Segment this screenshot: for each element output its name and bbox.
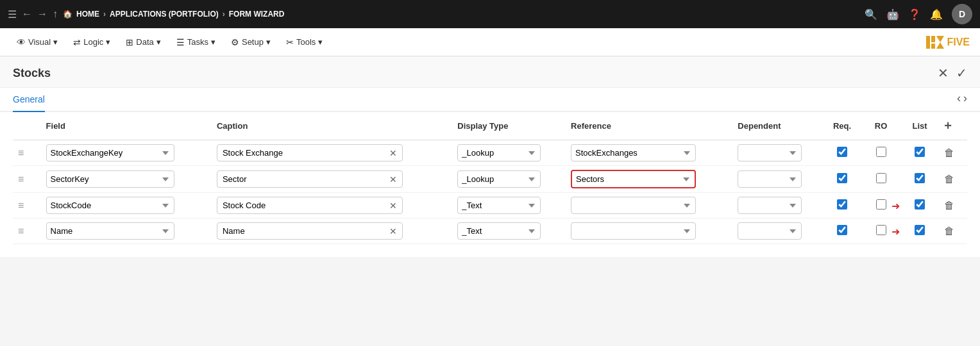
drag-cell-2: ≡	[13, 193, 41, 218]
ro-cell-1	[861, 166, 900, 193]
col-display-header: Display Type	[452, 112, 566, 140]
caption-input-2[interactable]	[217, 197, 384, 213]
col-dependent-header: Dependent	[732, 112, 822, 140]
table-row: ≡ StockExchangeKey ✕ _Lookup StockExchan…	[13, 140, 967, 166]
field-select-0[interactable]: StockExchangeKey	[46, 144, 174, 161]
display-select-2[interactable]: _Text	[457, 197, 541, 214]
display-cell-1: _Lookup	[452, 166, 566, 193]
up-icon[interactable]: ↑	[53, 8, 58, 20]
close-button[interactable]: ✕	[938, 65, 949, 81]
top-navigation: ☰ ← → ↑ 🏠 HOME › APPLICATIONS (PORTFOLIO…	[0, 0, 980, 28]
delete-button-0[interactable]: 🗑	[944, 147, 954, 159]
avatar[interactable]: D	[952, 4, 972, 24]
field-select-2[interactable]: StockCode	[46, 197, 174, 214]
display-cell-3: _Text	[452, 218, 566, 244]
drag-handle-1[interactable]: ≡	[18, 174, 24, 185]
add-row-button[interactable]: +	[944, 119, 952, 133]
display-select-3[interactable]: _Text	[457, 222, 541, 240]
list-checkbox-2[interactable]	[915, 199, 925, 210]
bell-icon[interactable]: 🔔	[930, 8, 943, 21]
drag-cell-3: ≡	[13, 218, 41, 244]
dependent-cell-0	[732, 140, 822, 166]
breadcrumb-sep1: ›	[103, 10, 106, 19]
drag-handle-3[interactable]: ≡	[18, 226, 24, 236]
field-select-3[interactable]: Name	[46, 222, 174, 240]
drag-handle-2[interactable]: ≡	[18, 200, 24, 211]
breadcrumb-applications[interactable]: APPLICATIONS (PORTFOLIO)	[110, 10, 219, 19]
caption-clear-1[interactable]: ✕	[384, 174, 402, 185]
caption-input-0[interactable]	[217, 145, 384, 161]
reference-select-1[interactable]: Sectors	[571, 170, 696, 188]
field-select-1[interactable]: SectorKey	[46, 170, 174, 188]
col-reference-header: Reference	[566, 112, 732, 140]
dependent-select-2[interactable]	[738, 197, 802, 214]
toolbar-logic[interactable]: ⇄ Logic ▾	[67, 35, 117, 50]
req-checkbox-3[interactable]	[837, 225, 847, 235]
caption-input-1[interactable]	[217, 171, 384, 187]
help-icon[interactable]: ❓	[908, 8, 921, 21]
field-cell-1: SectorKey	[41, 166, 212, 193]
table-row: ≡ StockCode ✕ _Text	[13, 193, 967, 218]
list-checkbox-1[interactable]	[915, 173, 925, 183]
toolbar-setup[interactable]: ⚙ Setup ▾	[224, 35, 277, 50]
toolbar-tasks[interactable]: ☰ Tasks ▾	[170, 35, 222, 50]
tab-general[interactable]: General	[13, 88, 45, 112]
dependent-select-0[interactable]	[738, 144, 802, 161]
toolbar-setup-label: Setup	[242, 37, 264, 47]
caption-cell-3: ✕	[212, 218, 452, 244]
toolbar-data[interactable]: ⊞ Data ▾	[119, 35, 167, 50]
req-checkbox-2[interactable]	[837, 199, 847, 210]
drag-handle-0[interactable]: ≡	[18, 147, 24, 158]
req-checkbox-1[interactable]	[837, 173, 847, 183]
toolbar-tools[interactable]: ✂ Tools ▾	[280, 35, 329, 50]
delete-button-3[interactable]: 🗑	[944, 226, 954, 237]
logic-dropdown-icon: ▾	[106, 37, 110, 47]
forward-icon[interactable]: →	[37, 8, 47, 20]
breadcrumb-home[interactable]: HOME	[76, 10, 99, 19]
list-checkbox-3[interactable]	[915, 225, 925, 235]
page-header: Stocks ✕ ✓	[0, 56, 980, 88]
tabs-bar: General ‹ ›	[0, 88, 980, 112]
caption-clear-3[interactable]: ✕	[384, 226, 402, 236]
ro-checkbox-0[interactable]	[876, 147, 886, 157]
menu-icon[interactable]: ☰	[8, 8, 17, 21]
dependent-select-3[interactable]	[738, 222, 802, 240]
list-cell-2: ➜	[900, 193, 940, 218]
back-icon[interactable]: ←	[22, 8, 32, 20]
reference-select-3[interactable]	[571, 222, 696, 240]
toolbar-left: 👁 Visual ▾ ⇄ Logic ▾ ⊞ Data ▾ ☰ Tasks ▾ …	[10, 35, 329, 50]
ro-checkbox-3[interactable]	[876, 225, 886, 235]
nav-left: ☰ ← → ↑ 🏠 HOME › APPLICATIONS (PORTFOLIO…	[8, 8, 284, 21]
toolbar-logic-label: Logic	[83, 37, 103, 47]
list-checkbox-0[interactable]	[915, 147, 925, 157]
req-cell-0	[823, 140, 862, 166]
reference-select-0[interactable]: StockExchanges	[571, 144, 696, 161]
ro-checkbox-1[interactable]	[876, 173, 886, 183]
display-cell-2: _Text	[452, 193, 566, 218]
tools-dropdown-icon: ▾	[318, 37, 323, 47]
list-cell-3: ➜	[900, 218, 940, 244]
search-icon[interactable]: 🔍	[865, 8, 877, 21]
delete-cell-3: 🗑	[939, 218, 967, 244]
reference-select-2[interactable]	[571, 197, 696, 214]
ro-checkbox-2[interactable]	[876, 199, 886, 210]
caption-clear-2[interactable]: ✕	[384, 201, 402, 211]
confirm-button[interactable]: ✓	[956, 65, 967, 81]
tab-next-arrow[interactable]: ›	[963, 92, 967, 105]
req-checkbox-0[interactable]	[837, 147, 847, 157]
col-list-header: List	[900, 112, 940, 140]
display-select-0[interactable]: _Lookup	[457, 144, 541, 161]
robot-icon[interactable]: 🤖	[886, 8, 899, 21]
dependent-select-1[interactable]	[738, 170, 802, 188]
setup-dropdown-icon: ▾	[266, 37, 271, 47]
col-ro-header: RO	[861, 112, 900, 140]
caption-clear-0[interactable]: ✕	[384, 148, 402, 158]
caption-input-3[interactable]	[217, 223, 384, 239]
delete-button-2[interactable]: 🗑	[944, 200, 954, 211]
toolbar-visual[interactable]: 👁 Visual ▾	[10, 35, 64, 50]
tab-prev-arrow[interactable]: ‹	[957, 92, 961, 105]
breadcrumb-current[interactable]: FORM WIZARD	[229, 10, 285, 19]
delete-button-1[interactable]: 🗑	[944, 174, 954, 185]
col-caption-header: Caption	[212, 112, 452, 140]
display-select-1[interactable]: _Lookup	[457, 170, 541, 188]
